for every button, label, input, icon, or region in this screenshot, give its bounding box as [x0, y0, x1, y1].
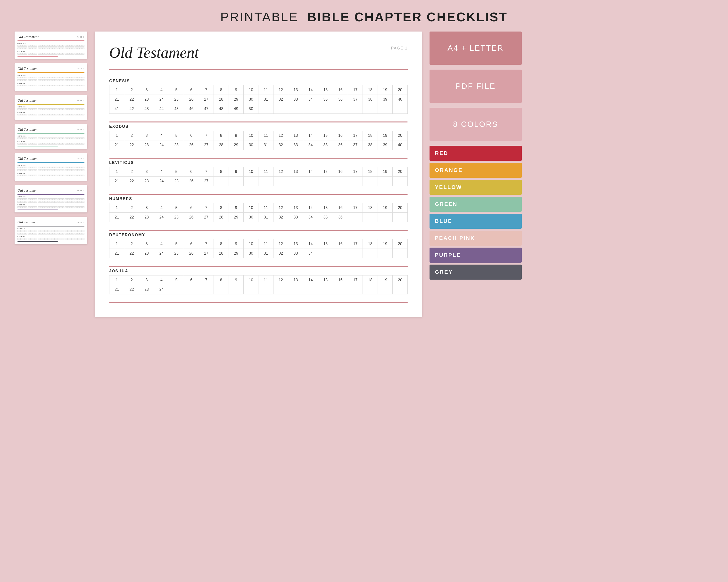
- ch[interactable]: 2: [124, 239, 139, 249]
- ch[interactable]: 3: [139, 203, 154, 213]
- ch[interactable]: 46: [184, 104, 199, 114]
- ch[interactable]: 7: [199, 275, 213, 285]
- ch[interactable]: 13: [288, 167, 303, 176]
- ch[interactable]: 18: [363, 131, 378, 140]
- ch[interactable]: 14: [303, 275, 318, 285]
- ch[interactable]: 34: [303, 140, 318, 150]
- ch[interactable]: 20: [393, 239, 408, 249]
- ch[interactable]: 3: [139, 85, 154, 95]
- ch[interactable]: 34: [303, 95, 318, 104]
- ch[interactable]: 12: [273, 131, 288, 140]
- ch[interactable]: 7: [199, 85, 213, 95]
- ch[interactable]: 36: [333, 213, 348, 222]
- ch[interactable]: 34: [303, 213, 318, 222]
- ch[interactable]: 25: [169, 213, 184, 222]
- ch[interactable]: 18: [363, 85, 378, 95]
- ch[interactable]: 4: [154, 85, 169, 95]
- ch[interactable]: 22: [124, 249, 139, 258]
- ch[interactable]: 5: [169, 239, 184, 249]
- ch[interactable]: 35: [318, 213, 333, 222]
- ch[interactable]: 17: [348, 239, 363, 249]
- ch[interactable]: 7: [199, 131, 213, 140]
- ch[interactable]: 32: [273, 95, 288, 104]
- ch[interactable]: 1: [109, 167, 124, 176]
- ch[interactable]: 10: [243, 203, 258, 213]
- ch[interactable]: 23: [139, 213, 154, 222]
- ch[interactable]: 3: [139, 239, 154, 249]
- ch[interactable]: 19: [378, 85, 392, 95]
- ch[interactable]: 6: [184, 203, 199, 213]
- ch[interactable]: 11: [258, 85, 273, 95]
- ch[interactable]: 5: [169, 167, 184, 176]
- ch[interactable]: 23: [139, 95, 154, 104]
- ch[interactable]: 10: [243, 239, 258, 249]
- ch[interactable]: 43: [139, 104, 154, 114]
- ch[interactable]: 14: [303, 167, 318, 176]
- ch[interactable]: 5: [169, 85, 184, 95]
- ch[interactable]: 15: [318, 239, 333, 249]
- ch[interactable]: 26: [184, 249, 199, 258]
- ch[interactable]: 11: [258, 167, 273, 176]
- ch[interactable]: 19: [378, 239, 392, 249]
- ch[interactable]: 30: [243, 213, 258, 222]
- ch[interactable]: 32: [273, 249, 288, 258]
- ch[interactable]: 20: [393, 85, 408, 95]
- ch[interactable]: 6: [184, 131, 199, 140]
- ch[interactable]: 13: [288, 239, 303, 249]
- ch[interactable]: 11: [258, 203, 273, 213]
- ch[interactable]: 11: [258, 239, 273, 249]
- ch[interactable]: 37: [348, 140, 363, 150]
- ch[interactable]: 6: [184, 275, 199, 285]
- ch[interactable]: 28: [214, 140, 229, 150]
- ch[interactable]: 29: [229, 213, 243, 222]
- ch[interactable]: 37: [348, 95, 363, 104]
- ch[interactable]: 21: [109, 249, 124, 258]
- ch[interactable]: 8: [214, 167, 229, 176]
- ch[interactable]: 27: [199, 140, 213, 150]
- ch[interactable]: 36: [333, 140, 348, 150]
- ch[interactable]: 2: [124, 131, 139, 140]
- ch[interactable]: 21: [109, 176, 124, 186]
- ch[interactable]: 4: [154, 275, 169, 285]
- ch[interactable]: 13: [288, 203, 303, 213]
- ch[interactable]: 21: [109, 140, 124, 150]
- ch[interactable]: 1: [109, 131, 124, 140]
- ch[interactable]: 1: [109, 239, 124, 249]
- ch[interactable]: 26: [184, 140, 199, 150]
- ch[interactable]: 31: [258, 213, 273, 222]
- ch[interactable]: 23: [139, 140, 154, 150]
- ch[interactable]: 26: [184, 95, 199, 104]
- ch[interactable]: 23: [139, 176, 154, 186]
- ch[interactable]: 31: [258, 249, 273, 258]
- ch[interactable]: 17: [348, 131, 363, 140]
- ch[interactable]: 17: [348, 203, 363, 213]
- ch[interactable]: 40: [393, 140, 408, 150]
- ch[interactable]: 2: [124, 275, 139, 285]
- ch[interactable]: 16: [333, 85, 348, 95]
- ch[interactable]: 16: [333, 167, 348, 176]
- ch[interactable]: 24: [154, 176, 169, 186]
- ch[interactable]: 30: [243, 249, 258, 258]
- ch[interactable]: 49: [229, 104, 243, 114]
- ch[interactable]: 20: [393, 203, 408, 213]
- ch[interactable]: 21: [109, 285, 124, 295]
- ch[interactable]: 35: [318, 140, 333, 150]
- ch[interactable]: 13: [288, 85, 303, 95]
- ch[interactable]: 3: [139, 275, 154, 285]
- ch[interactable]: 47: [199, 104, 213, 114]
- ch[interactable]: 35: [318, 95, 333, 104]
- ch[interactable]: 8: [214, 131, 229, 140]
- ch[interactable]: 15: [318, 131, 333, 140]
- ch[interactable]: 39: [378, 140, 392, 150]
- ch[interactable]: 10: [243, 275, 258, 285]
- ch[interactable]: 4: [154, 239, 169, 249]
- ch[interactable]: 4: [154, 203, 169, 213]
- ch[interactable]: 5: [169, 203, 184, 213]
- ch[interactable]: 32: [273, 213, 288, 222]
- ch[interactable]: 33: [288, 95, 303, 104]
- ch[interactable]: 29: [229, 249, 243, 258]
- ch[interactable]: 19: [378, 167, 392, 176]
- ch[interactable]: 19: [378, 203, 392, 213]
- ch[interactable]: 8: [214, 85, 229, 95]
- ch[interactable]: 45: [169, 104, 184, 114]
